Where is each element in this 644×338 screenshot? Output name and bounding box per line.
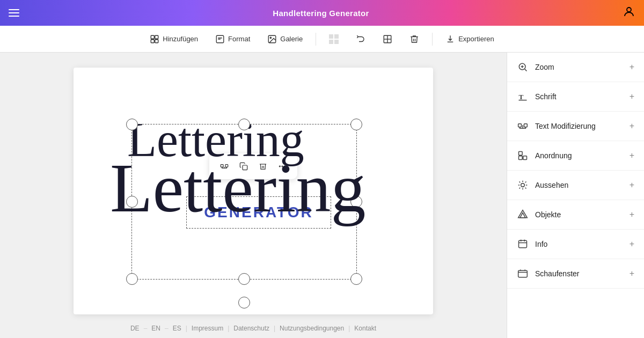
handle-bottom-left[interactable] bbox=[126, 273, 138, 285]
lettering-text-group: Lettering bbox=[127, 116, 304, 164]
text-mod-plus: + bbox=[630, 121, 634, 131]
svg-point-0 bbox=[627, 8, 631, 12]
export-icon bbox=[445, 34, 455, 44]
gallery-button[interactable]: Galerie bbox=[261, 31, 309, 47]
footer-links: DE – EN – ES | Impressum | Datenschutz |… bbox=[130, 319, 376, 338]
svg-marker-29 bbox=[518, 210, 528, 218]
sidebar-item-zoom[interactable]: Zoom + bbox=[507, 53, 644, 82]
schaufenster-icon bbox=[517, 268, 529, 280]
footer-nutzungsbedingungen[interactable]: Nutzungsbedingungen bbox=[280, 325, 344, 332]
app-header: Handlettering Generator bbox=[0, 0, 644, 26]
undo-icon bbox=[356, 34, 365, 44]
handle-rotate[interactable] bbox=[238, 297, 250, 308]
design-canvas[interactable]: Lettering GENERATOR bbox=[74, 68, 433, 314]
anordnung-plus: + bbox=[630, 151, 634, 160]
info-icon bbox=[517, 238, 529, 250]
svg-rect-26 bbox=[523, 156, 527, 160]
objekte-plus: + bbox=[630, 210, 634, 219]
delete-button[interactable] bbox=[403, 31, 426, 47]
grid-icon bbox=[383, 34, 392, 44]
svg-rect-27 bbox=[519, 156, 523, 160]
handle-bottom-center[interactable] bbox=[238, 273, 250, 285]
sidebar-item-schaufenster[interactable]: Schaufenster + bbox=[507, 259, 644, 289]
handle-mid-left[interactable] bbox=[126, 196, 138, 208]
svg-rect-23 bbox=[518, 124, 522, 127]
footer-de[interactable]: DE bbox=[130, 325, 140, 332]
export-label: Exportieren bbox=[458, 35, 494, 43]
canvas-area: Lettering GENERATOR bbox=[0, 53, 507, 338]
schaufenster-label: Schaufenster bbox=[535, 269, 580, 278]
aussehen-icon bbox=[517, 179, 529, 191]
sidebar-item-schrift[interactable]: T Schrift + bbox=[507, 82, 644, 112]
sidebar-item-info[interactable]: Info + bbox=[507, 230, 644, 259]
objekte-label: Objekte bbox=[535, 210, 561, 219]
svg-rect-1 bbox=[151, 35, 155, 39]
svg-rect-24 bbox=[524, 124, 528, 127]
add-label: Hinzufügen bbox=[163, 35, 198, 43]
zoom-label: Zoom bbox=[535, 63, 554, 71]
menu-icon[interactable] bbox=[9, 9, 19, 17]
generator-text: GENERATOR bbox=[204, 204, 313, 221]
generator-text-box: GENERATOR bbox=[186, 196, 331, 229]
trash-icon bbox=[409, 34, 419, 44]
svg-rect-25 bbox=[519, 152, 523, 156]
footer-es[interactable]: ES bbox=[173, 325, 181, 332]
gallery-icon bbox=[267, 34, 277, 44]
undo-button[interactable] bbox=[349, 31, 372, 47]
handle-mid-right[interactable] bbox=[350, 196, 362, 208]
sidebar-item-objekte[interactable]: Objekte + bbox=[507, 200, 644, 230]
zoom-icon bbox=[517, 61, 529, 73]
footer-datenschutz[interactable]: Datenschutz bbox=[233, 325, 269, 332]
sidebar-item-aussehen[interactable]: Aussehen + bbox=[507, 171, 644, 200]
format-label: Format bbox=[228, 35, 250, 43]
handle-bottom-right[interactable] bbox=[350, 273, 362, 285]
sidebar-item-text-modifizierung[interactable]: Text Modifizierung + bbox=[507, 112, 644, 141]
separator-1 bbox=[316, 33, 316, 46]
format-icon bbox=[215, 34, 225, 44]
footer-kontakt[interactable]: Kontakt bbox=[354, 325, 376, 332]
schrift-icon: T bbox=[517, 91, 529, 102]
add-button[interactable]: Hinzufügen bbox=[143, 31, 204, 47]
main-content: Lettering GENERATOR bbox=[0, 53, 644, 338]
schrift-plus: + bbox=[630, 92, 634, 101]
svg-text:T: T bbox=[519, 93, 524, 101]
info-plus: + bbox=[630, 239, 634, 249]
svg-point-28 bbox=[521, 183, 525, 187]
anordnung-label: Anordnung bbox=[535, 151, 572, 160]
svg-rect-35 bbox=[518, 270, 528, 277]
objekte-icon bbox=[517, 209, 529, 221]
footer-en[interactable]: EN bbox=[151, 325, 160, 332]
svg-rect-2 bbox=[155, 35, 158, 39]
app-title: Handlettering Generator bbox=[273, 9, 369, 18]
grid-color-button[interactable] bbox=[323, 31, 345, 47]
format-button[interactable]: Format bbox=[209, 31, 257, 47]
anordnung-icon bbox=[517, 150, 529, 161]
svg-point-7 bbox=[270, 37, 272, 38]
footer-impressum[interactable]: Impressum bbox=[192, 325, 223, 332]
text-mod-label: Text Modifizierung bbox=[535, 122, 596, 130]
canvas-wrapper: Lettering GENERATOR bbox=[11, 63, 496, 319]
text-mod-icon bbox=[517, 120, 529, 132]
schaufenster-plus: + bbox=[630, 269, 634, 278]
export-button[interactable]: Exportieren bbox=[439, 31, 500, 47]
add-icon bbox=[150, 34, 159, 44]
lettering-main-text: Lettering bbox=[127, 116, 304, 164]
handle-top-right[interactable] bbox=[350, 119, 362, 130]
gallery-label: Galerie bbox=[280, 35, 303, 43]
aussehen-plus: + bbox=[630, 180, 634, 190]
sidebar: Zoom + T Schrift + Text Modifizierung + bbox=[507, 53, 644, 338]
info-label: Info bbox=[535, 240, 547, 248]
main-toolbar: Hinzufügen Format Galerie bbox=[0, 26, 644, 53]
user-icon[interactable] bbox=[623, 5, 635, 20]
zoom-plus: + bbox=[630, 62, 634, 72]
grid-button[interactable] bbox=[376, 31, 399, 47]
aussehen-label: Aussehen bbox=[535, 181, 568, 189]
svg-rect-3 bbox=[151, 39, 155, 42]
sidebar-item-anordnung[interactable]: Anordnung + bbox=[507, 141, 644, 171]
schrift-label: Schrift bbox=[535, 92, 557, 101]
svg-rect-31 bbox=[519, 240, 527, 247]
svg-rect-4 bbox=[155, 39, 158, 42]
separator-2 bbox=[432, 33, 433, 46]
